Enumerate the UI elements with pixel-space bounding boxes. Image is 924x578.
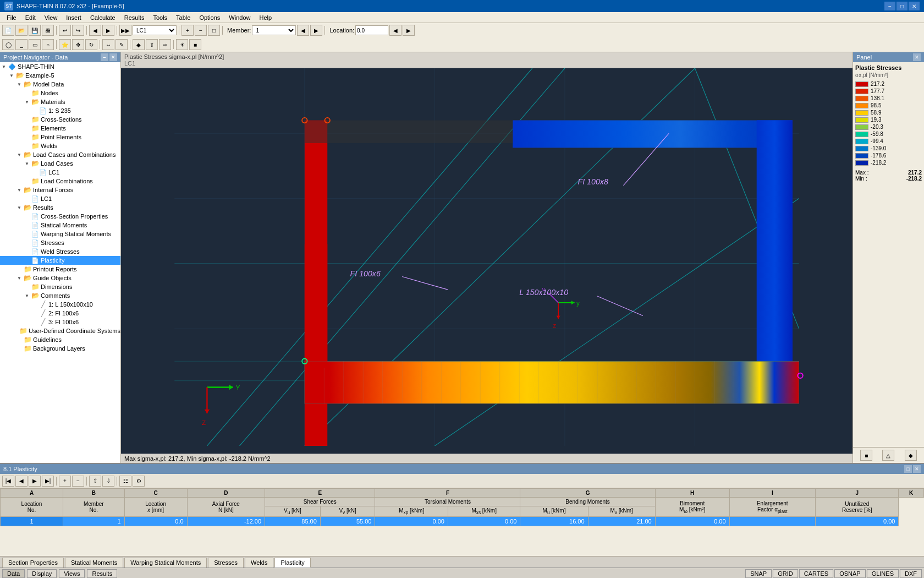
tbl-filter[interactable]: ☷	[119, 476, 131, 487]
tb-node[interactable]: ◯	[2, 39, 14, 50]
tb-view-front[interactable]: ⇨	[159, 39, 171, 50]
menu-insert[interactable]: Insert	[62, 13, 86, 22]
window-controls[interactable]: − □ ✕	[884, 2, 920, 10]
panel-table-btn[interactable]: ■	[860, 450, 872, 461]
status-nav-data[interactable]: Data	[2, 569, 25, 578]
lc-selector[interactable]: LC1	[133, 25, 177, 35]
tree-item-cross-sect-props[interactable]: 📄Cross-Section Properties	[0, 212, 120, 221]
tree-item-shape-thin[interactable]: ▼🔷SHAPE-THIN	[0, 62, 120, 71]
menu-table[interactable]: Table	[172, 13, 195, 22]
nav-close-button[interactable]: ✕	[109, 53, 117, 61]
member-prev[interactable]: ◀	[297, 25, 309, 36]
tb-zoom-fit[interactable]: □	[208, 25, 220, 36]
tb-open[interactable]: 📂	[15, 25, 28, 36]
tree-item-load-cases-comb[interactable]: ▼📂Load Cases and Combinations	[0, 150, 120, 159]
tb-calculate[interactable]: ▶▶	[119, 25, 131, 36]
tree-item-point-elements[interactable]: 📁Point Elements	[0, 133, 120, 141]
tree-item-load-combinations[interactable]: 📁Load Combinations	[0, 177, 120, 186]
location-next[interactable]: ▶	[403, 25, 415, 36]
tab-plasticity[interactable]: Plasticity	[274, 558, 310, 568]
tree-item-welds[interactable]: 📁Welds	[0, 141, 120, 150]
status-item-snap[interactable]: SNAP	[745, 569, 772, 578]
tree-item-mat1[interactable]: 📄1: S 235	[0, 106, 120, 115]
tb-line[interactable]: ⎯	[15, 39, 28, 50]
tree-item-comment3[interactable]: ╱3: FI 100x6	[0, 318, 120, 326]
status-item-glines[interactable]: GLINES	[867, 569, 899, 578]
tbl-delete[interactable]: −	[72, 476, 84, 487]
tab-stresses[interactable]: Stresses	[208, 558, 244, 568]
menu-edit[interactable]: Edit	[21, 13, 40, 22]
status-item-osnap[interactable]: OSNAP	[834, 569, 866, 578]
bottom-close-btn[interactable]: ✕	[913, 465, 921, 473]
tbl-prev[interactable]: ◀	[15, 476, 28, 487]
tb-select[interactable]: ⭐	[59, 39, 71, 50]
panel-close-button[interactable]: ✕	[913, 53, 921, 61]
tb-prev[interactable]: ◀	[89, 25, 101, 36]
menu-options[interactable]: Options	[195, 13, 224, 22]
tree-item-results[interactable]: ▼📂Results	[0, 203, 120, 212]
tb-rect[interactable]: ▭	[29, 39, 41, 50]
tb-rotate[interactable]: ↻	[85, 39, 97, 50]
status-item-grid[interactable]: GRID	[773, 569, 798, 578]
tbl-last[interactable]: ▶|	[42, 476, 54, 487]
tree-item-lc1-int[interactable]: 📄LC1	[0, 194, 120, 203]
menu-tools[interactable]: Tools	[148, 13, 172, 22]
tree-item-model-data[interactable]: ▼📂Model Data	[0, 80, 120, 89]
nav-pin-button[interactable]: ‒	[101, 53, 108, 61]
maximize-button[interactable]: □	[897, 2, 908, 10]
tree-item-comment1[interactable]: ╱1: L 150x100x10	[0, 300, 120, 309]
tb-dim[interactable]: ↔	[102, 39, 114, 50]
tb-move[interactable]: ✥	[72, 39, 84, 50]
tree-item-comment2[interactable]: ╱2: FI 100x6	[0, 309, 120, 318]
tbl-export[interactable]: ⇩	[102, 476, 114, 487]
tree-item-comments[interactable]: ▼📂Comments	[0, 291, 120, 300]
tb-wireframe[interactable]: ■	[189, 39, 201, 50]
menu-calculate[interactable]: Calculate	[86, 13, 120, 22]
tree-item-internal-forces[interactable]: ▼📂Internal Forces	[0, 186, 120, 194]
panel-chart-btn[interactable]: △	[882, 450, 894, 461]
tb-zoom-in[interactable]: +	[182, 25, 194, 36]
location-prev[interactable]: ◀	[389, 25, 402, 36]
status-nav-display[interactable]: Display	[27, 569, 57, 578]
status-item-cartes[interactable]: CARTES	[799, 569, 833, 578]
tree-item-background-layers[interactable]: 📁Background Layers	[0, 344, 120, 353]
status-nav-views[interactable]: Views	[59, 569, 85, 578]
tb-next[interactable]: ▶	[102, 25, 114, 36]
tree-item-warping-moments[interactable]: 📄Warping Statical Moments	[0, 230, 120, 238]
member-selector[interactable]: 1	[252, 25, 296, 35]
close-button[interactable]: ✕	[909, 2, 920, 10]
tbl-next[interactable]: ▶	[29, 476, 41, 487]
tree-item-nodes[interactable]: 📁Nodes	[0, 89, 120, 97]
menu-view[interactable]: View	[40, 13, 62, 22]
tb-redo[interactable]: ↪	[72, 25, 84, 36]
tree-item-user-coord[interactable]: 📁User-Defined Coordinate Systems	[0, 326, 120, 335]
menu-window[interactable]: Window	[224, 13, 255, 22]
tree-item-guide-objects[interactable]: ▼📂Guide Objects	[0, 274, 120, 282]
tb-save[interactable]: 💾	[29, 25, 41, 36]
status-nav-results[interactable]: Results	[87, 569, 117, 578]
tree-item-dimensions[interactable]: 📁Dimensions	[0, 282, 120, 291]
tab-statical-moments[interactable]: Statical Moments	[65, 558, 123, 568]
location-input[interactable]	[355, 25, 388, 35]
tab-section-properties[interactable]: Section Properties	[2, 558, 64, 568]
tab-welds[interactable]: Welds	[245, 558, 273, 568]
tree-item-materials[interactable]: ▼📂Materials	[0, 97, 120, 106]
bottom-float-btn[interactable]: □	[904, 465, 912, 473]
member-next[interactable]: ▶	[310, 25, 322, 36]
tb-undo[interactable]: ↩	[59, 25, 71, 36]
tree-item-lc1-load[interactable]: 📄LC1	[0, 168, 120, 177]
tab-warping-statical-moments[interactable]: Warping Statical Moments	[124, 558, 207, 568]
tb-new[interactable]: 📄	[2, 25, 14, 36]
tbl-settings[interactable]: ⚙	[133, 476, 145, 487]
tree-item-stresses[interactable]: 📄Stresses	[0, 238, 120, 247]
panel-settings-btn[interactable]: ◆	[905, 450, 917, 461]
tbl-first[interactable]: |◀	[2, 476, 14, 487]
tree-item-statical-moments[interactable]: 📄Statical Moments	[0, 221, 120, 230]
tree-item-weld-stresses[interactable]: 📄Weld Stresses	[0, 247, 120, 256]
menu-file[interactable]: File	[2, 13, 21, 22]
tb-print[interactable]: 🖶	[42, 25, 54, 36]
tb-render[interactable]: ☀	[176, 39, 188, 50]
tree-item-guidelines[interactable]: 📁Guidelines	[0, 335, 120, 344]
tb-zoom-out[interactable]: −	[195, 25, 207, 36]
minimize-button[interactable]: −	[884, 2, 895, 10]
